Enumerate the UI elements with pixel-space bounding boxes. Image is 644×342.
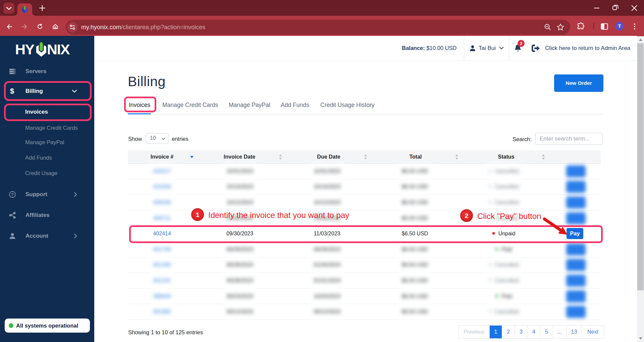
svg-text:?: ?: [11, 192, 14, 197]
